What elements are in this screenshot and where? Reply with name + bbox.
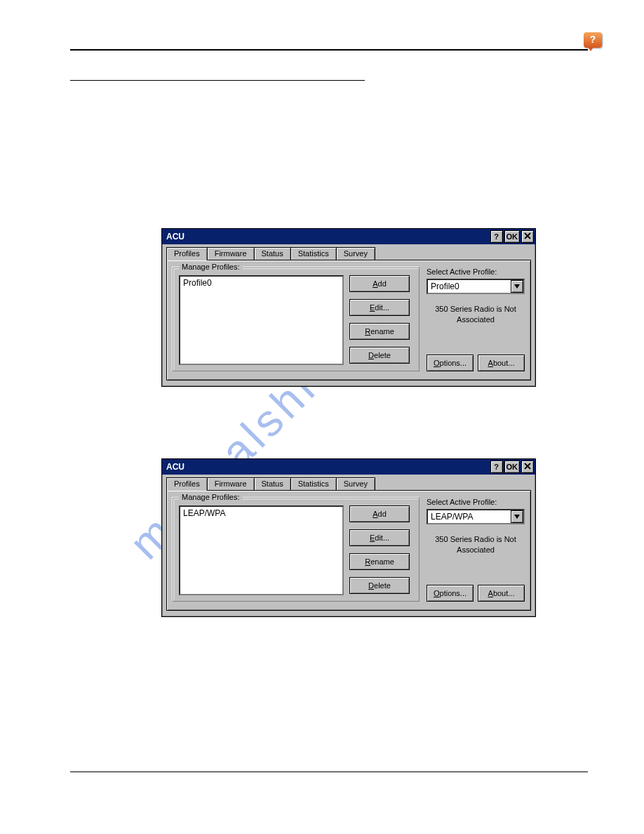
select-active-label: Select Active Profile: [427, 498, 525, 506]
help-comment-icon: ? [584, 32, 602, 48]
active-profile-dropdown[interactable]: Profile0 [427, 279, 525, 294]
active-profile-dropdown[interactable]: LEAP/WPA [427, 509, 525, 524]
rename-button[interactable]: Rename [349, 553, 410, 570]
horizontal-rule-bottom [70, 772, 588, 772]
tab-statistics[interactable]: Statistics [290, 477, 337, 490]
options-button[interactable]: Options... [427, 585, 474, 602]
ok-button[interactable]: OK [504, 230, 521, 243]
edit-button[interactable]: Edit... [349, 529, 410, 546]
add-button[interactable]: Add [349, 505, 410, 522]
horizontal-rule-sub [70, 80, 365, 81]
chevron-down-icon [511, 280, 523, 293]
manage-profiles-legend: Manage Profiles: [179, 493, 243, 501]
tab-survey[interactable]: Survey [336, 247, 375, 260]
dropdown-value: Profile0 [431, 282, 459, 291]
chevron-down-icon [511, 510, 523, 523]
tab-row: Profiles Firmware Status Statistics Surv… [162, 244, 535, 260]
radio-status-text: 350 Series Radio is Not Associated [427, 534, 525, 555]
profiles-listbox[interactable]: LEAP/WPA [179, 505, 344, 595]
titlebar: ACU ? OK [162, 459, 535, 475]
tab-row: Profiles Firmware Status Statistics Surv… [162, 475, 535, 490]
options-button[interactable]: Options... [427, 355, 474, 371]
select-active-label: Select Active Profile: [427, 267, 525, 276]
list-item[interactable]: Profile0 [183, 278, 340, 288]
close-icon [524, 232, 531, 241]
rename-button[interactable]: Rename [349, 323, 410, 340]
tab-firmware[interactable]: Firmware [207, 477, 255, 490]
acu-dialog-1: ACU ? OK Profiles Firmware Status Statis… [161, 228, 536, 387]
help-button[interactable]: ? [490, 230, 503, 243]
window-title: ACU [166, 462, 489, 472]
acu-dialog-2: ACU ? OK Profiles Firmware Status Statis… [161, 458, 536, 617]
tab-body: Manage Profiles: LEAP/WPA Add Edit... Re… [166, 490, 531, 611]
help-button[interactable]: ? [490, 461, 503, 473]
add-button[interactable]: Add [349, 275, 410, 292]
tab-profiles[interactable]: Profiles [166, 477, 208, 491]
close-button[interactable] [521, 230, 534, 243]
tab-profiles[interactable]: Profiles [166, 247, 208, 260]
about-button[interactable]: About... [478, 585, 525, 602]
tab-survey[interactable]: Survey [336, 477, 375, 490]
dropdown-value: LEAP/WPA [431, 512, 473, 522]
list-item[interactable]: LEAP/WPA [183, 508, 340, 518]
manage-profiles-legend: Manage Profiles: [179, 263, 243, 271]
tab-body: Manage Profiles: Profile0 Add Edit... Re… [166, 260, 531, 380]
about-button[interactable]: About... [478, 355, 525, 371]
tab-status[interactable]: Status [254, 247, 291, 260]
manage-profiles-group: Manage Profiles: Profile0 Add Edit... Re… [173, 267, 420, 371]
titlebar: ACU ? OK [162, 229, 535, 244]
delete-button[interactable]: Delete [349, 347, 410, 364]
close-button[interactable] [521, 461, 534, 473]
close-icon [524, 462, 531, 472]
ok-button[interactable]: OK [504, 461, 521, 473]
profiles-listbox[interactable]: Profile0 [179, 275, 344, 365]
edit-button[interactable]: Edit... [349, 299, 410, 316]
window-title: ACU [166, 232, 489, 241]
tab-status[interactable]: Status [254, 477, 291, 490]
radio-status-text: 350 Series Radio is Not Associated [427, 304, 525, 325]
manage-profiles-group: Manage Profiles: LEAP/WPA Add Edit... Re… [173, 498, 420, 602]
horizontal-rule-top [70, 49, 588, 51]
tab-statistics[interactable]: Statistics [290, 247, 337, 260]
delete-button[interactable]: Delete [349, 577, 410, 594]
tab-firmware[interactable]: Firmware [207, 247, 255, 260]
